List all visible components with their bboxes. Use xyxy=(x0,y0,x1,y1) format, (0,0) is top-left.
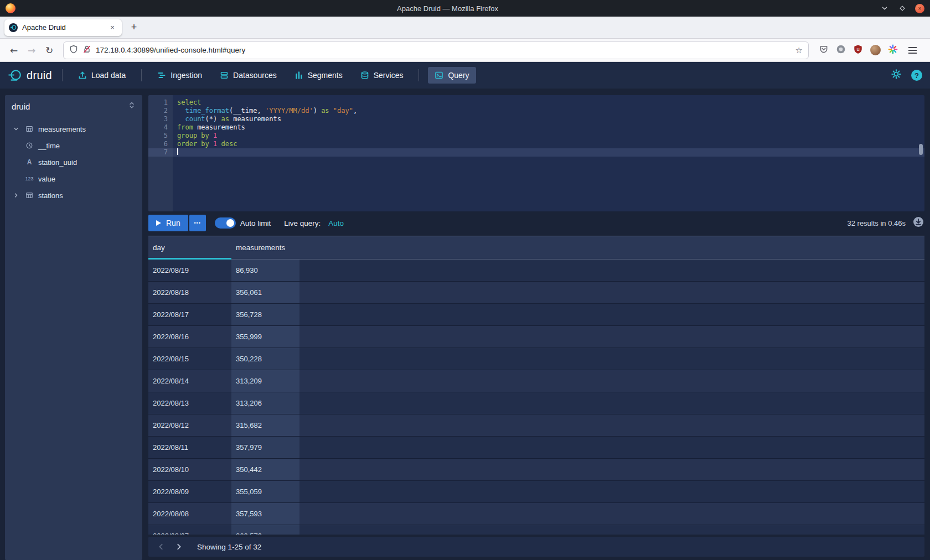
nav-item-segments[interactable]: Segments xyxy=(288,67,349,84)
cell-day[interactable]: 2022/08/14 xyxy=(148,370,231,392)
cell-day[interactable]: 2022/08/13 xyxy=(148,392,231,414)
auto-limit-toggle[interactable] xyxy=(215,217,236,229)
line-number: 1 xyxy=(164,98,168,107)
url-text[interactable]: 172.18.0.4:30899/unified-console.html#qu… xyxy=(96,46,791,54)
settings-gear-icon[interactable] xyxy=(891,69,901,81)
download-results-icon[interactable] xyxy=(912,216,924,230)
cell-measurements[interactable]: 350,442 xyxy=(231,459,299,480)
new-tab-button[interactable]: + xyxy=(126,20,142,35)
container-pinwheel-icon[interactable] xyxy=(888,44,898,56)
table-row[interactable]: 2022/08/14313,209 xyxy=(148,370,924,392)
chevron-down-icon[interactable] xyxy=(12,126,20,132)
cell-measurements[interactable]: 350,228 xyxy=(231,348,299,370)
tree-item-station-uuid[interactable]: A station_uuid xyxy=(5,154,142,170)
table-row[interactable]: 2022/08/11357,979 xyxy=(148,437,924,459)
profile-avatar[interactable] xyxy=(870,45,881,55)
ublock-icon[interactable]: u xyxy=(853,44,863,56)
forward-button[interactable]: → xyxy=(23,42,40,59)
cell-day[interactable]: 2022/08/17 xyxy=(148,304,231,325)
url-bar[interactable]: 172.18.0.4:30899/unified-console.html#qu… xyxy=(63,42,809,59)
table-row[interactable]: 2022/08/13313,206 xyxy=(148,392,924,414)
editor-line: select xyxy=(177,98,924,107)
druid-logo[interactable]: druid xyxy=(8,68,55,82)
nav-label: Query xyxy=(448,71,469,80)
window-minimize-button[interactable] xyxy=(880,3,890,13)
cell-measurements[interactable]: 360,570 xyxy=(231,525,299,535)
cell-day[interactable]: 2022/08/12 xyxy=(148,414,231,436)
tree-item-stations[interactable]: stations xyxy=(5,187,142,204)
browser-tab[interactable]: Apache Druid × xyxy=(4,19,122,36)
pagination-prev-button[interactable] xyxy=(153,538,169,555)
cell-day[interactable]: 2022/08/07 xyxy=(148,525,231,535)
cell-day[interactable]: 2022/08/19 xyxy=(148,260,231,281)
number-type-icon: 123 xyxy=(24,176,35,182)
editor-scrollbar-thumb[interactable] xyxy=(919,144,923,155)
cell-day[interactable]: 2022/08/10 xyxy=(148,459,231,480)
window-titlebar[interactable]: Apache Druid — Mozilla Firefox × xyxy=(0,0,930,17)
cell-measurements[interactable]: 313,209 xyxy=(231,370,299,392)
tree-item-measurements[interactable]: measurements xyxy=(5,121,142,137)
tracking-shield-icon[interactable] xyxy=(69,45,78,56)
cell-day[interactable]: 2022/08/18 xyxy=(148,282,231,303)
nav-item-datasources[interactable]: Datasources xyxy=(213,67,283,84)
window-maximize-button[interactable] xyxy=(897,3,907,13)
table-row[interactable]: 2022/08/18356,061 xyxy=(148,282,924,304)
tree-item-value[interactable]: 123 value xyxy=(5,170,142,187)
nav-item-ingestion[interactable]: Ingestion xyxy=(151,67,209,84)
cell-day[interactable]: 2022/08/09 xyxy=(148,481,231,502)
run-more-button[interactable]: ••• xyxy=(189,215,206,231)
cell-measurements[interactable]: 357,979 xyxy=(231,437,299,458)
table-row[interactable]: 2022/08/09355,059 xyxy=(148,481,924,503)
live-query-mode-link[interactable]: Auto xyxy=(328,219,344,227)
cell-measurements[interactable]: 356,728 xyxy=(231,304,299,325)
table-row[interactable]: 2022/08/17356,728 xyxy=(148,304,924,326)
pagination-next-button[interactable] xyxy=(170,538,187,555)
cell-measurements[interactable]: 313,206 xyxy=(231,392,299,414)
tree-item-label: stations xyxy=(38,191,63,200)
line-number: 4 xyxy=(164,123,168,132)
sort-double-caret-icon[interactable] xyxy=(128,101,136,111)
editor-code[interactable]: select time_format(__time, 'YYYY/MM/dd')… xyxy=(173,95,924,211)
tab-close-icon[interactable]: × xyxy=(107,23,117,33)
menu-hamburger-button[interactable] xyxy=(905,44,920,57)
cell-measurements[interactable]: 357,593 xyxy=(231,503,299,525)
nav-label: Services xyxy=(374,71,404,80)
back-button[interactable]: ← xyxy=(6,42,22,59)
cell-measurements[interactable]: 315,682 xyxy=(231,414,299,436)
run-button[interactable]: Run xyxy=(148,215,188,231)
chevron-right-icon[interactable] xyxy=(12,192,20,199)
privacy-extension-icon[interactable] xyxy=(836,44,846,56)
table-row[interactable]: 2022/08/12315,682 xyxy=(148,414,924,437)
auto-limit-label[interactable]: Auto limit xyxy=(240,219,271,227)
cell-day[interactable]: 2022/08/15 xyxy=(148,348,231,370)
cell-measurements[interactable]: 86,930 xyxy=(231,260,299,281)
column-header-measurements[interactable]: measurements xyxy=(231,236,299,259)
tree-item-time[interactable]: __time xyxy=(5,137,142,154)
nav-item-query[interactable]: Query xyxy=(428,67,476,84)
nav-item-load-data[interactable]: Load data xyxy=(71,67,132,84)
window-close-button[interactable]: × xyxy=(915,4,924,13)
table-row[interactable]: 2022/08/16355,999 xyxy=(148,326,924,348)
pocket-icon[interactable] xyxy=(819,44,829,56)
toggle-knob xyxy=(226,219,234,227)
nav-separator xyxy=(418,69,419,81)
reload-button[interactable]: ↻ xyxy=(41,42,58,59)
cell-day[interactable]: 2022/08/08 xyxy=(148,503,231,525)
bookmark-star-icon[interactable]: ☆ xyxy=(795,45,803,55)
sql-editor[interactable]: 1 2 3 4 5 6 7 select time_format(__time,… xyxy=(148,95,924,211)
table-row[interactable]: 2022/08/15350,228 xyxy=(148,348,924,370)
table-row[interactable]: 2022/08/08357,593 xyxy=(148,503,924,525)
cell-measurements[interactable]: 355,999 xyxy=(231,326,299,348)
column-header-day[interactable]: day xyxy=(148,236,231,259)
cell-day[interactable]: 2022/08/11 xyxy=(148,437,231,458)
nav-item-services[interactable]: Services xyxy=(354,67,410,84)
results-header-row: day measurements xyxy=(148,236,924,260)
cell-day[interactable]: 2022/08/16 xyxy=(148,326,231,348)
table-row[interactable]: 2022/08/07360,570 xyxy=(148,525,924,535)
insecure-lock-icon[interactable] xyxy=(82,45,91,56)
cell-measurements[interactable]: 355,059 xyxy=(231,481,299,502)
table-row[interactable]: 2022/08/10350,442 xyxy=(148,459,924,481)
cell-measurements[interactable]: 356,061 xyxy=(231,282,299,303)
help-icon[interactable]: ? xyxy=(911,70,922,81)
table-row[interactable]: 2022/08/1986,930 xyxy=(148,260,924,282)
